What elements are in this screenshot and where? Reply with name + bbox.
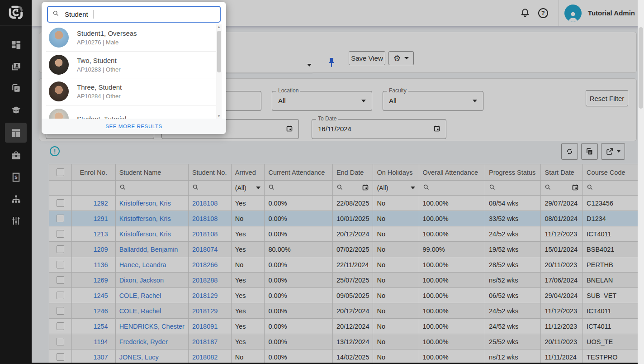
search-results-list: Student1, OverseasAP10276 | MaleTwo, Stu… bbox=[46, 24, 216, 119]
popup-scroll-thumb[interactable] bbox=[217, 31, 221, 72]
see-more-results-link[interactable]: SEE MORE RESULTS bbox=[42, 119, 226, 134]
result-detail: AP10283 | Other bbox=[77, 66, 121, 73]
avatar-image bbox=[49, 81, 69, 101]
search-query: Student bbox=[65, 10, 88, 18]
result-detail: AP10276 | Male bbox=[77, 39, 137, 46]
result-name: Three, Student bbox=[77, 83, 122, 91]
search-result-item[interactable]: Two, StudentAP10283 | Other bbox=[46, 52, 216, 79]
text-caret bbox=[94, 10, 95, 19]
result-name: Two, Student bbox=[77, 57, 121, 64]
search-result-item[interactable]: Student, Tutorial bbox=[46, 105, 216, 119]
scroll-up-icon[interactable]: ▲ bbox=[216, 25, 222, 29]
result-name: Student1, Overseas bbox=[77, 29, 137, 37]
avatar-image bbox=[49, 109, 69, 119]
popup-scrollbar[interactable]: ▲ ▼ bbox=[216, 24, 222, 119]
avatar-image bbox=[49, 28, 69, 48]
avatar-image bbox=[49, 55, 69, 75]
search-icon bbox=[52, 10, 59, 19]
page-scrollbar[interactable] bbox=[638, 0, 644, 364]
search-input[interactable]: Student bbox=[47, 6, 221, 23]
search-result-item[interactable]: Three, StudentAP10284 | Other bbox=[46, 78, 216, 105]
result-detail: AP10284 | Other bbox=[77, 93, 122, 100]
scroll-down-icon[interactable]: ▼ bbox=[216, 114, 222, 118]
search-result-item[interactable]: Student1, OverseasAP10276 | Male bbox=[46, 24, 216, 52]
page-scroll-thumb[interactable] bbox=[639, 27, 643, 109]
app-screen: $ ? Tutorial Admin bbox=[0, 0, 644, 364]
search-results-popup: Student Student1, OverseasAP10276 | Male… bbox=[42, 2, 226, 134]
result-name: Student, Tutorial bbox=[77, 115, 126, 119]
